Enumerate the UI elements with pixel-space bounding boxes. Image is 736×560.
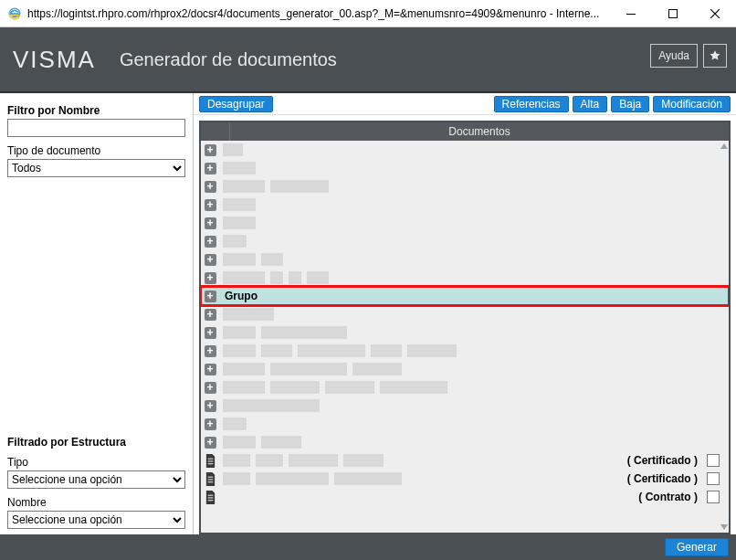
- favorite-star-button[interactable]: [703, 44, 727, 68]
- main-panel: Desagrupar Referencias Alta Baja Modific…: [194, 93, 736, 534]
- expand-icon[interactable]: +: [205, 291, 216, 302]
- grid-document-row[interactable]: ( Contrato ): [201, 488, 729, 506]
- grid-group-row[interactable]: +: [201, 195, 729, 214]
- grid-group-row[interactable]: +: [201, 360, 729, 378]
- svg-rect-9: [207, 494, 213, 495]
- expand-icon[interactable]: +: [205, 309, 216, 321]
- document-icon: [201, 472, 219, 486]
- doc-type-label: Tipo de documento: [7, 144, 185, 157]
- grid-header: Documentos: [201, 122, 729, 141]
- expand-icon[interactable]: +: [205, 345, 216, 357]
- expand-icon[interactable]: +: [205, 181, 216, 193]
- grid-group-row[interactable]: +: [201, 269, 729, 287]
- ie-favicon: [7, 6, 22, 21]
- filter-name-input[interactable]: [7, 119, 185, 137]
- grid-group-row[interactable]: +: [201, 250, 729, 269]
- grid-group-row[interactable]: +: [201, 433, 729, 451]
- references-button[interactable]: Referencias: [494, 96, 569, 112]
- grid-group-row[interactable]: +: [201, 159, 729, 177]
- svg-rect-8: [207, 481, 213, 482]
- app-header: VISMA Generador de documentos Ayuda: [0, 27, 736, 93]
- svg-rect-5: [207, 463, 213, 464]
- svg-rect-1: [626, 14, 636, 15]
- structure-filter-label: Filtrado por Estructura: [7, 436, 185, 449]
- expand-icon[interactable]: +: [205, 199, 216, 211]
- svg-rect-10: [207, 497, 213, 498]
- modify-button[interactable]: Modificación: [653, 96, 731, 112]
- svg-rect-6: [207, 476, 213, 477]
- expand-icon[interactable]: +: [205, 418, 216, 430]
- grid-group-row[interactable]: +: [201, 214, 729, 232]
- grid-group-row[interactable]: +: [201, 305, 729, 323]
- work-area: Filtro por Nombre Tipo de documento Todo…: [0, 93, 736, 534]
- grid-group-row[interactable]: +: [201, 141, 729, 159]
- structure-name-label: Nombre: [7, 496, 185, 509]
- svg-rect-4: [207, 460, 213, 461]
- structure-type-select[interactable]: Seleccione una opción: [7, 470, 185, 489]
- grid-group-row[interactable]: +: [201, 415, 729, 433]
- main-toolbar: Desagrupar Referencias Alta Baja Modific…: [194, 93, 736, 115]
- grid-rows: +++++++++Grupo++++++++( Certificado )( C…: [201, 141, 729, 533]
- grid-column-documents: Documentos: [230, 122, 729, 141]
- document-type-label: ( Certificado ): [622, 472, 703, 485]
- ungroup-button[interactable]: Desagrupar: [199, 96, 273, 112]
- structure-name-select[interactable]: Seleccione una opción: [7, 511, 185, 529]
- grid-group-row[interactable]: +: [201, 396, 729, 415]
- sidebar: Filtro por Nombre Tipo de documento Todo…: [0, 93, 194, 534]
- document-type-label: ( Certificado ): [622, 454, 703, 467]
- document-icon: [201, 454, 219, 468]
- document-type-label: ( Contrato ): [633, 491, 703, 503]
- grid-group-row[interactable]: +: [201, 323, 729, 342]
- svg-rect-2: [669, 9, 678, 17]
- expand-icon[interactable]: +: [205, 400, 216, 412]
- help-button[interactable]: Ayuda: [650, 44, 698, 68]
- filter-name-label: Filtro por Nombre: [7, 104, 185, 117]
- structure-type-label: Tipo: [7, 456, 185, 469]
- visma-logo: VISMA: [13, 46, 96, 74]
- expand-icon[interactable]: +: [205, 272, 216, 284]
- grid-group-row[interactable]: +: [201, 342, 729, 360]
- expand-icon[interactable]: +: [205, 437, 216, 449]
- grid-scrollbar[interactable]: [716, 141, 729, 533]
- expand-icon[interactable]: +: [205, 236, 216, 248]
- expand-icon[interactable]: +: [205, 327, 216, 339]
- expand-icon[interactable]: +: [205, 163, 216, 174]
- grid-document-row[interactable]: ( Certificado ): [201, 470, 729, 488]
- grid-group-row[interactable]: +: [201, 232, 729, 250]
- window-minimize-button[interactable]: [610, 0, 652, 27]
- window-maximize-button[interactable]: [652, 0, 694, 27]
- documents-grid: Documentos +++++++++Grupo++++++++( Certi…: [199, 121, 731, 534]
- document-icon: [201, 491, 219, 504]
- expand-icon[interactable]: +: [205, 364, 216, 375]
- add-button[interactable]: Alta: [573, 96, 608, 112]
- browser-url: https://logintst.rhpro.com/rhprox2/docsr…: [27, 7, 610, 20]
- grid-document-row[interactable]: ( Certificado ): [201, 451, 729, 470]
- browser-title-bar: https://logintst.rhpro.com/rhprox2/docsr…: [0, 0, 736, 27]
- grid-group-label: Grupo: [225, 290, 258, 302]
- grid-group-row[interactable]: +: [201, 177, 729, 195]
- svg-rect-3: [207, 458, 213, 459]
- grid-group-row[interactable]: +: [201, 378, 729, 396]
- expand-icon[interactable]: +: [205, 217, 216, 229]
- doc-type-select[interactable]: Todos: [7, 159, 185, 177]
- app-footer: Generar: [0, 534, 736, 560]
- expand-icon[interactable]: +: [205, 382, 216, 394]
- generate-button[interactable]: Generar: [665, 538, 729, 556]
- svg-rect-7: [207, 479, 213, 480]
- window-close-button[interactable]: [694, 0, 736, 27]
- grid-group-row[interactable]: +Grupo: [201, 287, 729, 305]
- expand-icon[interactable]: +: [205, 144, 216, 156]
- page-title: Generador de documentos: [120, 49, 337, 70]
- svg-rect-11: [207, 500, 213, 501]
- delete-button[interactable]: Baja: [611, 96, 649, 112]
- expand-icon[interactable]: +: [205, 254, 216, 266]
